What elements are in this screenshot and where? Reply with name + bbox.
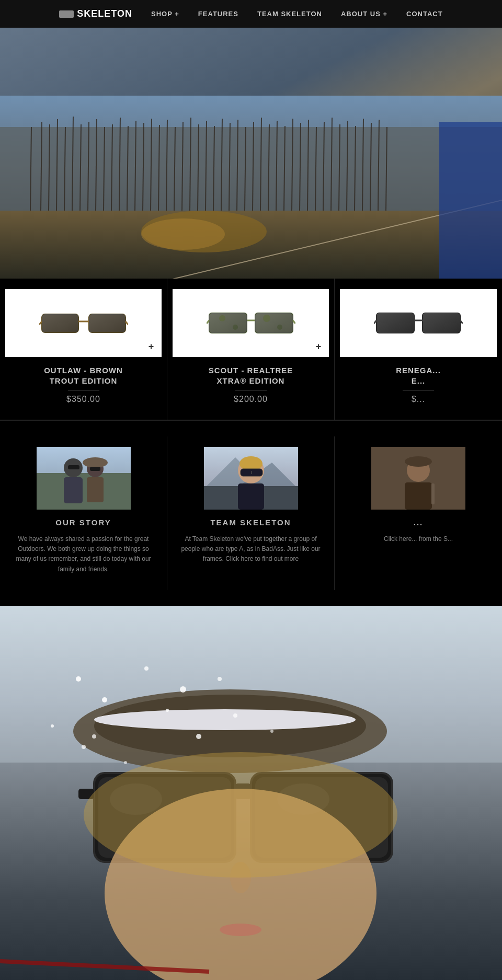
logo-text: SKELETON xyxy=(77,8,132,19)
svg-point-132 xyxy=(196,734,201,739)
product-image-renega xyxy=(340,289,497,357)
story-text-team-skeleton: At Team Skeleton we've put together a gr… xyxy=(178,534,324,564)
svg-rect-82 xyxy=(68,465,79,469)
svg-rect-1 xyxy=(0,127,502,221)
svg-rect-100 xyxy=(405,482,432,510)
products-section: + OUTLAW - BROWN TROUT EDITION $350.00 xyxy=(0,279,502,420)
svg-rect-54 xyxy=(42,314,78,332)
svg-rect-95 xyxy=(238,483,264,510)
svg-rect-52 xyxy=(439,122,502,279)
product-plus-icon-scout[interactable]: + xyxy=(312,340,325,353)
svg-point-84 xyxy=(83,457,108,468)
svg-point-129 xyxy=(51,724,54,728)
svg-point-131 xyxy=(124,761,127,764)
story-card-our-story: OUR STORY We have always shared a passio… xyxy=(0,436,167,590)
story-title-extra: ... xyxy=(345,518,492,527)
story-image-team-skeleton xyxy=(204,447,298,510)
bottom-hero-section xyxy=(0,606,502,980)
product-card-outlaw: + OUTLAW - BROWN TROUT EDITION $350.00 xyxy=(0,279,167,420)
story-img-svg-ourstory xyxy=(37,447,131,510)
story-image-extra xyxy=(371,447,465,510)
story-title-our-story: OUR STORY xyxy=(10,518,156,527)
svg-point-106 xyxy=(94,709,356,730)
svg-rect-56 xyxy=(89,314,126,332)
product-name-scout: SCOUT - REALTREE XTRA® EDITION xyxy=(173,365,329,386)
svg-point-67 xyxy=(219,315,225,321)
svg-point-109 xyxy=(180,686,186,693)
navbar: SKELETON SHOP + FEATURES TEAM SKELETON A… xyxy=(0,0,502,28)
svg-point-70 xyxy=(277,325,282,330)
svg-rect-85 xyxy=(87,477,104,502)
product-price-outlaw: $350.00 xyxy=(5,395,162,404)
svg-point-107 xyxy=(102,697,107,702)
story-card-team-skeleton: TEAM SKELETON At Team Skeleton we've put… xyxy=(167,436,335,590)
product-divider-scout xyxy=(235,390,267,390)
nav-logo[interactable]: SKELETON xyxy=(59,8,132,19)
glasses-renega-svg xyxy=(374,304,463,343)
story-img-svg-team xyxy=(204,447,298,510)
product-image-outlaw: + xyxy=(5,289,162,357)
product-divider-renega xyxy=(403,390,434,390)
svg-point-134 xyxy=(270,730,273,733)
product-card-renega: RENEGA... E... $... xyxy=(335,279,502,420)
nav-features[interactable]: FEATURES xyxy=(198,10,238,18)
hero-section xyxy=(0,28,502,279)
story-text-our-story: We have always shared a passion for the … xyxy=(10,534,156,574)
stories-grid: OUR STORY We have always shared a passio… xyxy=(0,436,502,590)
svg-point-108 xyxy=(144,666,149,671)
stories-section: OUR STORY We have always shared a passio… xyxy=(0,420,502,606)
svg-rect-81 xyxy=(64,477,83,503)
svg-point-69 xyxy=(263,315,270,322)
product-card-scout: + SCOUT - REALTREE XTRA® EDITION $200.00 xyxy=(167,279,335,420)
svg-rect-79 xyxy=(37,473,131,510)
svg-point-130 xyxy=(82,745,86,749)
svg-rect-86 xyxy=(90,467,100,471)
bottom-hero-svg xyxy=(0,606,502,980)
glasses-scout-svg xyxy=(207,304,295,343)
svg-rect-63 xyxy=(255,313,293,333)
svg-rect-99 xyxy=(409,457,428,465)
svg-point-111 xyxy=(166,709,169,712)
products-grid: + OUTLAW - BROWN TROUT EDITION $350.00 xyxy=(0,279,502,420)
nav-contact[interactable]: CONTACT xyxy=(406,10,443,18)
glasses-outlaw-svg xyxy=(39,304,128,343)
svg-point-110 xyxy=(92,734,96,739)
product-price-scout: $200.00 xyxy=(173,395,329,404)
story-card-extra: ... Click here... from the S... xyxy=(335,436,502,590)
nav-about-us[interactable]: ABOUT US + xyxy=(341,10,387,18)
hero-trees-svg xyxy=(0,96,502,279)
svg-rect-74 xyxy=(423,313,460,333)
svg-rect-101 xyxy=(431,483,435,504)
logo-icon xyxy=(59,10,74,18)
story-img-svg-extra xyxy=(371,447,465,510)
svg-point-113 xyxy=(218,677,222,681)
svg-point-50 xyxy=(141,218,225,250)
svg-point-133 xyxy=(233,713,237,718)
story-image-our-story xyxy=(37,447,131,510)
svg-point-68 xyxy=(233,325,238,330)
nav-shop[interactable]: SHOP + xyxy=(151,10,179,18)
product-image-scout: + xyxy=(173,289,329,357)
svg-point-112 xyxy=(76,676,81,682)
nav-team-skeleton[interactable]: TEAM SKELETON xyxy=(257,10,322,18)
svg-point-125 xyxy=(84,752,397,878)
svg-point-124 xyxy=(220,924,261,936)
product-name-renega: RENEGA... E... xyxy=(340,365,497,386)
product-price-renega: $... xyxy=(340,395,497,404)
story-text-extra: Click here... from the S... xyxy=(345,534,492,544)
product-divider-outlaw xyxy=(68,390,99,390)
story-title-team-skeleton: TEAM SKELETON xyxy=(178,518,324,527)
svg-rect-61 xyxy=(209,313,247,333)
product-name-outlaw: OUTLAW - BROWN TROUT EDITION xyxy=(5,365,162,386)
product-plus-icon-outlaw[interactable]: + xyxy=(145,340,157,353)
svg-rect-72 xyxy=(376,313,414,333)
